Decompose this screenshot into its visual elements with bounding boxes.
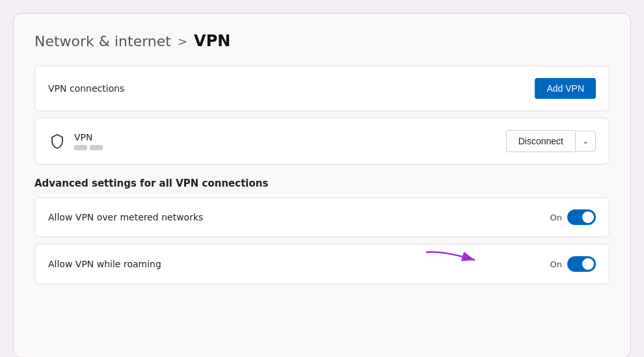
vpn-info: VPN bbox=[74, 132, 103, 150]
vpn-entry-card: VPN Disconnect ⌄ bbox=[34, 118, 610, 165]
vpn-connections-card: VPN connections Add VPN bbox=[34, 66, 610, 111]
vpn-row: VPN bbox=[48, 132, 103, 150]
status-dot-1 bbox=[74, 145, 87, 150]
breadcrumb-separator: > bbox=[178, 34, 187, 48]
toggle-thumb-2 bbox=[582, 258, 594, 270]
breadcrumb: Network & internet > VPN bbox=[34, 32, 610, 50]
vpn-status-dots bbox=[74, 145, 103, 150]
allow-vpn-roaming-toggle[interactable] bbox=[567, 256, 596, 272]
disconnect-button[interactable]: Disconnect bbox=[506, 130, 575, 152]
allow-vpn-metered-status: On bbox=[550, 213, 562, 222]
status-dot-2 bbox=[90, 145, 103, 150]
settings-window: Network & internet > VPN VPN connections… bbox=[13, 13, 631, 357]
allow-vpn-roaming-label: Allow VPN while roaming bbox=[48, 259, 161, 269]
vpn-shield-icon bbox=[48, 132, 66, 150]
breadcrumb-current: VPN bbox=[194, 32, 230, 50]
chevron-down-icon: ⌄ bbox=[582, 137, 589, 146]
vpn-connections-label: VPN connections bbox=[48, 83, 124, 94]
allow-vpn-roaming-toggle-wrapper: On bbox=[550, 256, 596, 272]
allow-vpn-metered-toggle-wrapper: On bbox=[550, 209, 596, 225]
toggle-thumb-1 bbox=[582, 211, 594, 223]
add-vpn-button[interactable]: Add VPN bbox=[535, 78, 596, 99]
disconnect-chevron-button[interactable]: ⌄ bbox=[575, 131, 596, 152]
breadcrumb-parent[interactable]: Network & internet bbox=[34, 33, 171, 49]
vpn-name: VPN bbox=[74, 132, 103, 142]
advanced-section-heading: Advanced settings for all VPN connection… bbox=[34, 178, 610, 189]
allow-vpn-roaming-card: Allow VPN while roaming On bbox=[34, 244, 610, 284]
allow-vpn-metered-label: Allow VPN over metered networks bbox=[48, 212, 203, 222]
allow-vpn-metered-toggle[interactable] bbox=[567, 209, 596, 225]
allow-vpn-metered-card: Allow VPN over metered networks On bbox=[34, 197, 610, 237]
allow-vpn-roaming-status: On bbox=[550, 259, 562, 269]
disconnect-group: Disconnect ⌄ bbox=[506, 130, 596, 152]
